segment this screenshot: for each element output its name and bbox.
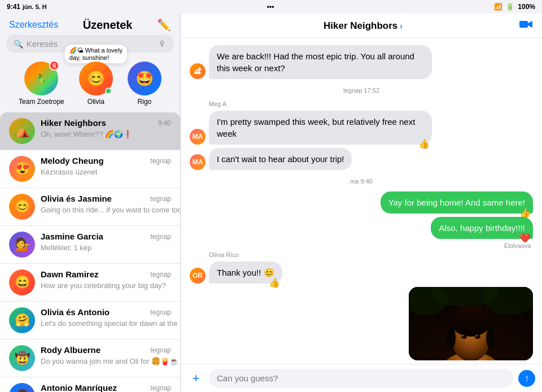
conv-name-melody: Melody Cheung [41,156,104,165]
conv-item-oliviaj[interactable]: 😊 Olivia és Jasmine tegnap Going on this… [0,188,180,226]
conv-item-hiker[interactable]: ⛺ Hiker Neighbors 9:40 Oh, wow! Where?? … [0,112,180,150]
conv-avatar-hiker: ⛺ [9,118,35,144]
conv-name-antonio: Antonio Manríquez [41,383,117,392]
sender-label-olivia: Olivia Rico [209,251,533,258]
message-row-6: OR Thank you!! 😊 👍 [190,262,533,284]
chat-title[interactable]: Hiker Neighbors › [324,20,403,32]
msg-bubble-4: Yay for being home! And same here! 👍 [381,191,533,214]
video-call-button[interactable] [519,19,533,32]
reaction-heart-5: ❤️ [519,232,531,245]
conv-name-jasmine: Jasmine Garcia [41,232,103,241]
message-input[interactable] [209,369,514,387]
msg-bubble-6: Thank you!! 😊 👍 [209,262,282,284]
wifi-icon: 📶 [494,3,502,11]
pinned-label-rigo: Rigo [138,98,152,106]
conv-name-rody: Rody Albuerne [41,345,100,355]
sidebar-title: Üzenetek [83,19,133,32]
message-row-2: MA I'm pretty swamped this week, but rel… [190,111,533,145]
pinned-contact-rigo[interactable]: 🤩 Rigo [128,62,161,106]
conv-avatar-oliviaj: 😊 [9,194,35,220]
unread-badge-team: 6 [49,60,59,71]
chat-title-chevron-icon: › [400,21,403,31]
status-left: 9:41 jún. 5. H [7,3,47,11]
svg-point-13 [475,335,478,337]
status-right: 📶 🔋 100% [494,3,535,11]
msg-bubble-2: I'm pretty swamped this week, but relati… [209,111,432,145]
online-indicator-olivia [105,88,112,94]
conv-item-dawn[interactable]: 😄 Dawn Ramirez tegnap How are you celebr… [0,264,180,302]
msg-bubble-1: We are back!!! Had the most epic trip. Y… [209,45,432,79]
conv-avatar-oliviaa: 🤗 [9,307,35,333]
conv-item-antonio[interactable]: 👨 Antonio Manríquez tegnap [0,377,180,392]
search-icon: 🔍 [14,40,23,49]
message-row-1: 🏕 We are back!!! Had the most epic trip.… [190,45,533,79]
conv-item-melody[interactable]: 😍 Melody Cheung tegnap Kézírásos üzenet [0,150,180,188]
conv-time-hiker: 9:40 [158,119,171,127]
conv-preview-jasmine: Melléklet: 1 kép [41,243,91,252]
status-time: 9:41 [7,3,20,11]
conv-preview-melody: Kézírásos üzenet [41,168,97,176]
conv-time-oliviaa: tegnap [150,308,171,316]
conv-time-jasmine: tegnap [150,233,171,241]
msg-avatar-6: OR [190,268,206,284]
pinned-contact-team[interactable]: 🦜 6 Team Zoetrope [19,62,64,106]
sender-label-mga: Meg A [209,101,533,107]
olivia-message-bubble: 🌈🌤 What a lovelyday, sunshine! [65,45,127,63]
send-button[interactable]: ↑ [518,370,535,387]
svg-point-8 [447,326,456,349]
conv-item-oliviaa[interactable]: 🤗 Olivia és Antonio tegnap Let's do some… [0,302,180,339]
svg-rect-0 [519,21,528,28]
conv-time-rody: tegnap [150,346,171,354]
battery-level: 100% [518,3,535,11]
message-row-3: MA I can't wait to hear about your trip! [190,148,533,170]
conv-preview-oliviaa: Let's do something special for dawn at t… [41,319,180,328]
reaction-thumbs-2: 👍 [418,138,430,150]
avatar-rigo: 🤩 [128,62,161,95]
conv-item-jasmine[interactable]: 💁 Jasmine Garcia tegnap Melléklet: 1 kép [0,226,180,264]
conv-preview-dawn: How are you celebrating your big day? [41,281,166,290]
video-thumbnail[interactable] [409,287,533,360]
pinned-contact-olivia[interactable]: 🌈🌤 What a lovelyday, sunshine! 😊 Olivia [79,62,113,106]
conv-avatar-jasmine: 💁 [9,232,35,258]
edit-button[interactable]: Szerkesztés [9,20,58,30]
conv-preview-hiker: Oh, wow! Where?? 🌈🌍❗️ [41,130,132,138]
message-row-4: Yay for being home! And same here! 👍 [190,191,533,214]
status-bar: 9:41 jún. 5. H ••• 📶 🔋 100% [0,0,542,14]
conv-item-rody[interactable]: 🤠 Rody Albuerne tegnap Do you wanna join… [0,339,180,377]
reaction-thumbs-6: 👍 [269,277,280,289]
svg-point-12 [462,335,464,337]
conv-name-oliviaj: Olivia és Jasmine [41,194,112,203]
conv-preview-rody: Do you wanna join me and Oli for 🍔🍟☕ bre… [41,357,180,365]
add-attachment-button[interactable]: + [187,370,204,387]
msg-bubble-3: I can't wait to hear about your trip! [209,148,352,170]
status-date: jún. 5. H [23,3,47,10]
sidebar: Szerkesztés Üzenetek ✏️ 🔍 Keresés 🎙 🦜 6 … [0,14,181,392]
sidebar-header: Szerkesztés Üzenetek ✏️ [0,14,180,35]
conv-time-dawn: tegnap [150,271,171,278]
read-receipt: Elolvasva [190,242,531,249]
conv-time-melody: tegnap [150,157,171,165]
send-arrow-icon: ↑ [524,373,529,384]
pinned-contacts-row: 🦜 6 Team Zoetrope 🌈🌤 What a lovelyday, s… [0,57,180,112]
conversation-list: ⛺ Hiker Neighbors 9:40 Oh, wow! Where?? … [0,112,180,392]
svg-point-9 [486,326,495,349]
conv-name-oliviaa: Olivia és Antonio [41,307,110,317]
compose-button[interactable]: ✏️ [157,18,171,32]
conv-avatar-rody: 🤠 [9,345,35,371]
msg-avatar-1: 🏕 [190,63,206,79]
conv-avatar-melody: 😍 [9,156,35,182]
mic-icon[interactable]: 🎙 [159,40,167,49]
conv-name-dawn: Dawn Ramirez [41,269,99,279]
message-input-row: + ↑ [181,364,542,392]
timestamp-1: tegnap 17:52 [190,87,533,94]
conv-time-antonio: tegnap [150,384,171,392]
app-container: Szerkesztés Üzenetek ✏️ 🔍 Keresés 🎙 🦜 6 … [0,14,542,392]
msg-bubble-5: Also, happy birthday!!!! ❤️ [431,217,533,239]
conv-name-hiker: Hiker Neighbors [41,118,106,128]
pinned-label-team: Team Zoetrope [19,98,64,106]
msg-avatar-3: MA [190,154,206,170]
svg-point-7 [451,305,491,337]
battery-icon: 🔋 [506,3,514,11]
messages-area: 🏕 We are back!!! Had the most epic trip.… [181,38,542,364]
conv-avatar-antonio: 👨 [9,383,35,392]
